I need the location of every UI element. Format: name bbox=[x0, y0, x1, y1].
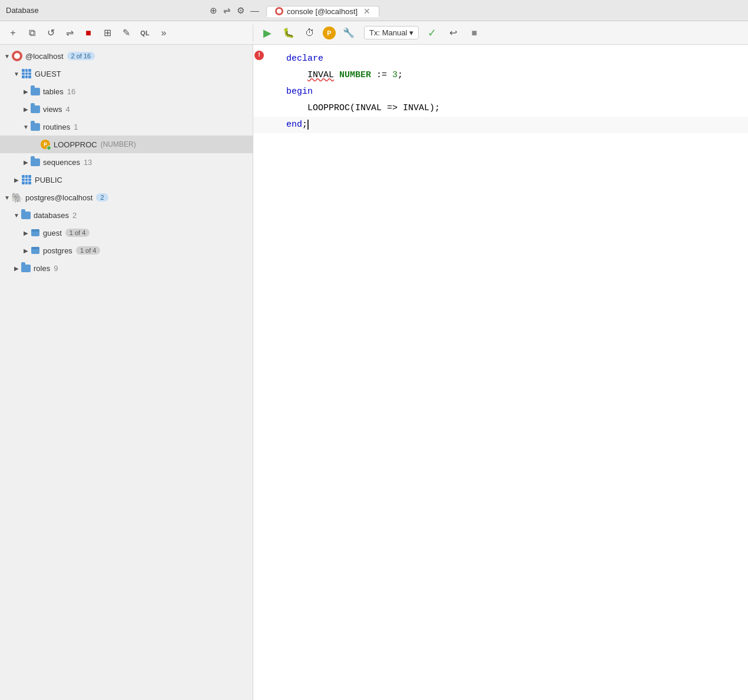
commit-button[interactable]: ✓ bbox=[423, 25, 440, 41]
filter-icon[interactable]: ⇌ bbox=[223, 5, 231, 16]
title-bar-icons: ⊕ ⇌ ⚙ — bbox=[210, 5, 259, 16]
svg-rect-3 bbox=[31, 247, 39, 249]
sidebar-item-views[interactable]: views 4 bbox=[0, 100, 253, 118]
routines-icon bbox=[31, 123, 40, 131]
postgres-host-label: postgres@localhost bbox=[25, 193, 92, 202]
sidebar-item-tables[interactable]: tables 16 bbox=[0, 82, 253, 100]
sidebar-item-roles[interactable]: roles 9 bbox=[0, 259, 253, 277]
sidebar-item-localhost[interactable]: @localhost 2 of 16 bbox=[0, 47, 253, 65]
tx-mode-selector[interactable]: Tx: Manual ▾ bbox=[364, 26, 419, 39]
refresh-button[interactable]: ↺ bbox=[42, 25, 59, 41]
settings-icon[interactable]: ⚙ bbox=[237, 5, 244, 16]
sequences-icon bbox=[31, 159, 40, 166]
add-connection-icon[interactable]: ⊕ bbox=[210, 5, 217, 16]
postgres-db-arrow bbox=[21, 246, 31, 255]
localhost-label: @localhost bbox=[25, 52, 64, 61]
stop-button[interactable]: ■ bbox=[80, 25, 97, 41]
tab-close-button[interactable]: ✕ bbox=[363, 6, 370, 16]
main-toolbar: + ⧉ ↺ ⇌ ■ ⊞ ✎ QL » ▶ 🐛 ⏱ P 🔧 Tx: Manual … bbox=[0, 21, 748, 45]
history-button[interactable]: ⏱ bbox=[302, 25, 318, 41]
sequences-count: 13 bbox=[84, 158, 92, 167]
sidebar-item-public-schema[interactable]: PUBLIC bbox=[0, 171, 253, 189]
localhost-icon bbox=[12, 51, 22, 61]
postgres-db-label: postgres bbox=[43, 246, 72, 255]
guest-db-label: guest bbox=[43, 229, 62, 237]
editor-line-2: INVAL NUMBER := 3; bbox=[253, 67, 748, 84]
public-schema-arrow bbox=[12, 175, 21, 184]
sidebar-item-postgres-host[interactable]: 🐘 postgres@localhost 2 bbox=[0, 189, 253, 206]
filter-button[interactable]: ⇌ bbox=[61, 25, 78, 41]
app-title: Database bbox=[6, 6, 39, 15]
postgres-host-arrow bbox=[2, 193, 12, 202]
public-schema-label: PUBLIC bbox=[35, 176, 62, 184]
line-1-number bbox=[265, 51, 286, 52]
postgres-db-icon bbox=[31, 246, 40, 255]
line-3-content: begin bbox=[286, 84, 748, 100]
sidebar-item-postgres-db[interactable]: postgres 1 of 4 bbox=[0, 242, 253, 259]
tables-label: tables bbox=[43, 87, 64, 96]
rollback-button[interactable]: ↩ bbox=[445, 25, 461, 41]
ql-button[interactable]: QL bbox=[137, 25, 153, 41]
grid-button[interactable]: ⊞ bbox=[99, 25, 115, 41]
editor-line-4: LOOPPROC(INVAL => INVAL); bbox=[253, 100, 748, 117]
copy-button[interactable]: ⧉ bbox=[24, 25, 40, 41]
main-content: @localhost 2 of 16 GUEST tables 16 bbox=[0, 45, 748, 700]
toolbar-left: + ⧉ ↺ ⇌ ■ ⊞ ✎ QL » bbox=[0, 25, 253, 41]
line-5-content: end; bbox=[286, 117, 748, 133]
svg-rect-1 bbox=[31, 229, 39, 232]
tables-arrow bbox=[21, 87, 31, 96]
views-arrow bbox=[21, 104, 31, 114]
loopproc-icon: P bbox=[40, 139, 51, 150]
tables-count: 16 bbox=[67, 87, 75, 96]
loopproc-type: (NUMBER) bbox=[101, 140, 136, 148]
sidebar-item-guest-db[interactable]: guest 1 of 4 bbox=[0, 224, 253, 242]
edit-button[interactable]: ✎ bbox=[118, 25, 134, 41]
sidebar-item-sequences[interactable]: sequences 13 bbox=[0, 153, 253, 171]
sidebar-item-loopproc[interactable]: P LOOPPROC (NUMBER) bbox=[0, 136, 253, 153]
toolbar-right: ▶ 🐛 ⏱ P 🔧 Tx: Manual ▾ ✓ ↩ ■ bbox=[253, 25, 748, 41]
profile-button[interactable]: P bbox=[323, 27, 336, 39]
databases-icon bbox=[21, 212, 31, 219]
sidebar-item-guest-schema[interactable]: GUEST bbox=[0, 65, 253, 82]
editor-line-5: end; bbox=[253, 117, 748, 133]
line-4-content: LOOPPROC(INVAL => INVAL); bbox=[286, 100, 748, 117]
line-1-content: declare bbox=[286, 51, 748, 67]
error-indicator: ! bbox=[254, 51, 264, 60]
settings-button[interactable]: 🔧 bbox=[340, 25, 357, 41]
database-tree: @localhost 2 of 16 GUEST tables 16 bbox=[0, 45, 253, 700]
views-label: views bbox=[43, 105, 62, 114]
debug-button[interactable]: 🐛 bbox=[280, 25, 297, 41]
sidebar-item-routines[interactable]: routines 1 bbox=[0, 118, 253, 136]
tables-icon bbox=[31, 88, 40, 95]
line-1-error: ! bbox=[253, 51, 265, 60]
guest-schema-label: GUEST bbox=[35, 70, 61, 78]
cancel-button[interactable]: ■ bbox=[466, 25, 482, 41]
add-button[interactable]: + bbox=[5, 25, 21, 41]
postgres-host-badge: 2 bbox=[96, 193, 108, 202]
tx-label: Tx: Manual bbox=[369, 28, 407, 37]
line-3-number bbox=[265, 84, 286, 85]
line-2-content: INVAL NUMBER := 3; bbox=[286, 67, 748, 84]
sequences-label: sequences bbox=[43, 158, 80, 167]
routines-label: routines bbox=[43, 123, 70, 131]
line-2-number bbox=[265, 67, 286, 69]
editor-line-1: ! declare bbox=[253, 51, 748, 67]
sql-editor[interactable]: ! declare INVAL NUMBER := 3; begin bbox=[253, 45, 748, 700]
run-button[interactable]: ▶ bbox=[259, 25, 276, 41]
more-button[interactable]: » bbox=[155, 25, 172, 41]
title-bar: Database ⊕ ⇌ ⚙ — console [@localhost] ✕ bbox=[0, 0, 748, 21]
minimize-icon[interactable]: — bbox=[250, 5, 259, 15]
postgres-db-badge: 1 of 4 bbox=[76, 246, 101, 255]
guest-db-icon bbox=[31, 228, 40, 237]
roles-icon bbox=[21, 265, 31, 272]
guest-db-arrow bbox=[21, 228, 31, 237]
localhost-badge: 2 of 16 bbox=[67, 52, 95, 60]
editor-content: ! declare INVAL NUMBER := 3; begin bbox=[253, 45, 748, 139]
localhost-arrow bbox=[2, 51, 12, 61]
guest-schema-icon bbox=[21, 69, 32, 78]
views-count: 4 bbox=[66, 105, 70, 114]
sidebar-item-databases[interactable]: databases 2 bbox=[0, 206, 253, 224]
guest-db-badge: 1 of 4 bbox=[65, 229, 90, 237]
routines-arrow bbox=[21, 122, 31, 131]
console-tab[interactable]: console [@localhost] ✕ bbox=[266, 6, 379, 17]
